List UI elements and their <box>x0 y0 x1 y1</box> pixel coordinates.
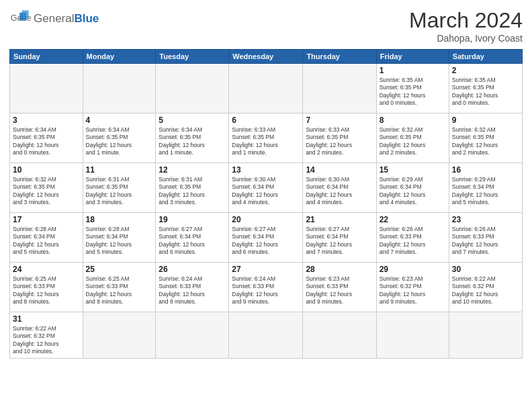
day-info: Sunrise: 6:35 AM Sunset: 6:35 PM Dayligh… <box>452 77 519 107</box>
calendar-cell: 10Sunrise: 6:32 AM Sunset: 6:35 PM Dayli… <box>10 163 83 213</box>
calendar-cell: 22Sunrise: 6:26 AM Sunset: 6:33 PM Dayli… <box>376 213 449 263</box>
calendar-week-1: 1Sunrise: 6:35 AM Sunset: 6:35 PM Daylig… <box>10 64 523 113</box>
day-info: Sunrise: 6:27 AM Sunset: 6:34 PM Dayligh… <box>232 226 300 257</box>
calendar-cell: 3Sunrise: 6:34 AM Sunset: 6:35 PM Daylig… <box>10 113 83 163</box>
weekday-header-row: SundayMondayTuesdayWednesdayThursdayFrid… <box>10 50 523 64</box>
calendar-cell: 27Sunrise: 6:24 AM Sunset: 6:33 PM Dayli… <box>229 263 303 312</box>
calendar-cell <box>303 312 376 359</box>
page: General GeneralBlue March 2024 Dahopa, I… <box>0 0 532 411</box>
day-info: Sunrise: 6:27 AM Sunset: 6:34 PM Dayligh… <box>306 226 373 257</box>
calendar-cell <box>83 64 156 113</box>
header: General GeneralBlue March 2024 Dahopa, I… <box>9 8 523 44</box>
day-info: Sunrise: 6:30 AM Sunset: 6:34 PM Dayligh… <box>232 176 300 207</box>
calendar-cell: 24Sunrise: 6:25 AM Sunset: 6:33 PM Dayli… <box>10 263 83 312</box>
day-number: 18 <box>86 215 153 224</box>
day-number: 29 <box>380 265 446 274</box>
day-number: 6 <box>232 116 300 125</box>
calendar-cell: 12Sunrise: 6:31 AM Sunset: 6:35 PM Dayli… <box>156 163 229 213</box>
day-number: 2 <box>452 66 519 75</box>
day-info: Sunrise: 6:24 AM Sunset: 6:33 PM Dayligh… <box>232 275 300 306</box>
day-info: Sunrise: 6:28 AM Sunset: 6:34 PM Dayligh… <box>13 226 80 257</box>
calendar-week-5: 24Sunrise: 6:25 AM Sunset: 6:33 PM Dayli… <box>10 263 523 312</box>
calendar-cell: 17Sunrise: 6:28 AM Sunset: 6:34 PM Dayli… <box>10 213 83 263</box>
day-number: 1 <box>380 66 446 75</box>
calendar-cell: 28Sunrise: 6:23 AM Sunset: 6:33 PM Dayli… <box>303 263 376 312</box>
calendar-cell: 15Sunrise: 6:29 AM Sunset: 6:34 PM Dayli… <box>376 163 449 213</box>
calendar-cell: 13Sunrise: 6:30 AM Sunset: 6:34 PM Dayli… <box>229 163 303 213</box>
day-info: Sunrise: 6:22 AM Sunset: 6:32 PM Dayligh… <box>452 275 519 306</box>
day-number: 3 <box>13 116 80 125</box>
calendar-cell: 11Sunrise: 6:31 AM Sunset: 6:35 PM Dayli… <box>83 163 156 213</box>
day-info: Sunrise: 6:28 AM Sunset: 6:34 PM Dayligh… <box>86 226 153 257</box>
calendar-cell: 5Sunrise: 6:34 AM Sunset: 6:35 PM Daylig… <box>156 113 229 163</box>
calendar-cell: 20Sunrise: 6:27 AM Sunset: 6:34 PM Dayli… <box>229 213 303 263</box>
calendar-cell: 19Sunrise: 6:27 AM Sunset: 6:34 PM Dayli… <box>156 213 229 263</box>
calendar-cell <box>449 312 522 359</box>
weekday-saturday: Saturday <box>449 50 522 64</box>
day-number: 20 <box>232 215 300 224</box>
day-number: 14 <box>306 165 373 175</box>
calendar-cell: 25Sunrise: 6:25 AM Sunset: 6:33 PM Dayli… <box>83 263 156 312</box>
calendar-table: SundayMondayTuesdayWednesdayThursdayFrid… <box>9 49 523 359</box>
day-number: 25 <box>86 265 153 274</box>
day-number: 4 <box>86 116 153 125</box>
day-number: 17 <box>13 215 80 224</box>
day-number: 27 <box>232 265 300 274</box>
calendar-cell <box>156 312 229 359</box>
calendar-cell: 23Sunrise: 6:26 AM Sunset: 6:33 PM Dayli… <box>449 213 522 263</box>
day-info: Sunrise: 6:32 AM Sunset: 6:35 PM Dayligh… <box>380 126 446 157</box>
day-number: 23 <box>452 215 519 224</box>
day-info: Sunrise: 6:33 AM Sunset: 6:35 PM Dayligh… <box>232 126 300 157</box>
calendar-cell: 16Sunrise: 6:29 AM Sunset: 6:34 PM Dayli… <box>449 163 522 213</box>
day-number: 19 <box>159 215 226 224</box>
day-number: 24 <box>13 265 80 274</box>
weekday-thursday: Thursday <box>303 50 376 64</box>
day-number: 26 <box>159 265 226 274</box>
day-info: Sunrise: 6:34 AM Sunset: 6:35 PM Dayligh… <box>159 126 226 157</box>
day-info: Sunrise: 6:24 AM Sunset: 6:33 PM Dayligh… <box>159 275 226 306</box>
calendar-cell <box>376 312 449 359</box>
day-number: 7 <box>306 116 373 125</box>
day-number: 9 <box>452 116 519 125</box>
day-number: 8 <box>380 116 446 125</box>
day-info: Sunrise: 6:31 AM Sunset: 6:35 PM Dayligh… <box>86 176 153 207</box>
calendar-cell: 30Sunrise: 6:22 AM Sunset: 6:32 PM Dayli… <box>449 263 522 312</box>
calendar-week-2: 3Sunrise: 6:34 AM Sunset: 6:35 PM Daylig… <box>10 113 523 163</box>
calendar-cell: 26Sunrise: 6:24 AM Sunset: 6:33 PM Dayli… <box>156 263 229 312</box>
day-info: Sunrise: 6:25 AM Sunset: 6:33 PM Dayligh… <box>86 275 153 306</box>
title-block: March 2024 Dahopa, Ivory Coast <box>409 8 523 44</box>
day-info: Sunrise: 6:32 AM Sunset: 6:35 PM Dayligh… <box>13 176 80 207</box>
calendar-cell <box>303 64 376 113</box>
calendar-cell: 4Sunrise: 6:34 AM Sunset: 6:35 PM Daylig… <box>83 113 156 163</box>
day-number: 5 <box>159 116 226 125</box>
calendar-cell: 29Sunrise: 6:23 AM Sunset: 6:32 PM Dayli… <box>376 263 449 312</box>
day-info: Sunrise: 6:26 AM Sunset: 6:33 PM Dayligh… <box>380 226 446 257</box>
weekday-tuesday: Tuesday <box>156 50 229 64</box>
logo-blue-text: Blue <box>74 12 99 25</box>
day-info: Sunrise: 6:22 AM Sunset: 6:32 PM Dayligh… <box>13 325 80 356</box>
calendar-cell: 31Sunrise: 6:22 AM Sunset: 6:32 PM Dayli… <box>10 312 83 359</box>
day-number: 16 <box>452 165 519 175</box>
day-info: Sunrise: 6:27 AM Sunset: 6:34 PM Dayligh… <box>159 226 226 257</box>
weekday-wednesday: Wednesday <box>229 50 303 64</box>
calendar-cell <box>156 64 229 113</box>
day-info: Sunrise: 6:29 AM Sunset: 6:34 PM Dayligh… <box>380 176 446 207</box>
calendar-cell: 1Sunrise: 6:35 AM Sunset: 6:35 PM Daylig… <box>376 64 449 113</box>
day-info: Sunrise: 6:34 AM Sunset: 6:35 PM Dayligh… <box>13 126 80 157</box>
day-number: 22 <box>380 215 446 224</box>
day-info: Sunrise: 6:31 AM Sunset: 6:35 PM Dayligh… <box>159 176 226 207</box>
day-number: 12 <box>159 165 226 175</box>
day-number: 21 <box>306 215 373 224</box>
logo-general-text: General <box>34 12 74 25</box>
weekday-friday: Friday <box>376 50 449 64</box>
day-info: Sunrise: 6:29 AM Sunset: 6:34 PM Dayligh… <box>452 176 519 207</box>
day-info: Sunrise: 6:32 AM Sunset: 6:35 PM Dayligh… <box>452 126 519 157</box>
weekday-monday: Monday <box>83 50 156 64</box>
day-number: 15 <box>380 165 446 175</box>
calendar-cell: 2Sunrise: 6:35 AM Sunset: 6:35 PM Daylig… <box>449 64 522 113</box>
calendar-week-6: 31Sunrise: 6:22 AM Sunset: 6:32 PM Dayli… <box>10 312 523 359</box>
calendar-cell: 8Sunrise: 6:32 AM Sunset: 6:35 PM Daylig… <box>376 113 449 163</box>
calendar-location: Dahopa, Ivory Coast <box>409 33 523 44</box>
day-number: 31 <box>13 314 80 324</box>
calendar-cell: 14Sunrise: 6:30 AM Sunset: 6:34 PM Dayli… <box>303 163 376 213</box>
